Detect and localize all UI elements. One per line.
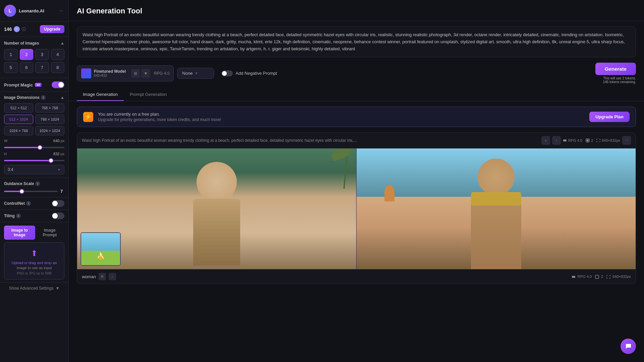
upgrade-button[interactable]: Upgrade <box>40 25 64 33</box>
use-prompt-button[interactable]: ↑ <box>109 273 116 280</box>
model-tag-icon <box>563 138 567 142</box>
model-icon-1[interactable]: ⊞ <box>131 69 140 78</box>
page-title: AI Generation Tool <box>77 7 636 15</box>
negative-prompt-label: Add Negative Prompt <box>235 71 277 76</box>
dim-btn-512x1024[interactable]: 512 × 1024 <box>4 115 33 124</box>
num-btn-1[interactable]: 1 <box>4 49 18 60</box>
tokens-row: 146 ⓘ Upgrade <box>0 22 68 37</box>
tiling-toggle[interactable] <box>52 213 64 219</box>
filter-dropdown[interactable]: None ▼ <box>177 68 214 79</box>
tab-image-to-image[interactable]: Image to Image <box>4 226 35 240</box>
dimensions-grid: 512 × 512 768 × 768 512 × 1024 768 × 102… <box>4 103 64 135</box>
num-btn-2[interactable]: 2 <box>20 49 34 60</box>
generate-remaining-label: 146 tokens remaining. <box>595 80 636 84</box>
tab-image-generation[interactable]: Image Generation <box>77 88 124 101</box>
bottom-count: 2 <box>595 275 603 279</box>
more-options-button[interactable]: ⋯ <box>622 136 631 145</box>
height-unit: px <box>60 152 64 156</box>
width-value: 640 <box>53 139 59 143</box>
number-grid-2: 5 6 7 8 <box>4 62 64 73</box>
height-value: 832 <box>53 152 59 156</box>
dimensions-title: Image Dimensions i <box>4 95 46 100</box>
upload-format: PNG or JPG up to 5MB <box>8 272 60 275</box>
token-info: ⓘ <box>22 26 26 32</box>
prompt-magic-label: Prompt Magic v2 <box>4 82 42 87</box>
token-count: 146 <box>4 26 12 32</box>
upload-generation-button[interactable]: ↑ <box>552 136 561 145</box>
generated-image-2[interactable] <box>356 148 636 269</box>
model-tag: RPG 4.0 <box>563 138 582 142</box>
upload-area[interactable]: ⬆ Upload or drag and drop an image to us… <box>4 242 64 280</box>
height-slider[interactable] <box>4 160 64 161</box>
negative-prompt-switch[interactable] <box>221 70 233 76</box>
upgrade-plan-button[interactable]: Upgrade Plan <box>589 112 630 122</box>
number-of-images-section: Number of Images ▲ 1 2 3 4 5 6 7 8 <box>0 37 68 78</box>
controlnet-row: ControlNet i <box>0 197 68 209</box>
prompt-area[interactable]: Waist high Portrait of an exotic beautif… <box>77 26 636 57</box>
copy-prompt-button[interactable]: ⧉ <box>99 273 106 280</box>
dim-btn-1024x1024[interactable]: 1024 × 1024 <box>35 126 64 135</box>
num-btn-6[interactable]: 6 <box>20 62 34 73</box>
sidebar-header: L Leonardo.AI ← <box>0 0 68 22</box>
main-header: AI Generation Tool <box>69 0 644 21</box>
filter-value: None <box>182 71 193 76</box>
show-advanced-button[interactable]: Show Advanced Settings ▼ <box>0 282 68 294</box>
collapse-icon[interactable]: ▲ <box>60 41 64 46</box>
guidance-value: 7 <box>60 189 64 194</box>
width-label: W <box>4 139 7 143</box>
num-btn-5[interactable]: 5 <box>4 62 18 73</box>
lightning-icon: ⚡ <box>83 112 93 122</box>
dim-btn-512x512[interactable]: 512 × 512 <box>4 103 33 113</box>
generated-image-1[interactable]: 🍌 <box>77 148 356 269</box>
controlnet-toggle[interactable] <box>52 200 64 207</box>
bottom-res-icon <box>606 275 610 279</box>
num-btn-7[interactable]: 7 <box>35 62 49 73</box>
dimensions-collapse-icon[interactable]: ▲ <box>60 95 64 100</box>
bottom-model-tag: RPG 4.0 <box>572 275 592 279</box>
tiling-info-icon[interactable]: i <box>16 214 21 218</box>
guidance-slider[interactable] <box>4 191 58 192</box>
back-icon[interactable]: ← <box>59 8 64 14</box>
username-label: Leonardo.AI <box>19 8 44 13</box>
generate-tokens-label: This will use 2 tokens. <box>595 76 636 80</box>
ratio-value: 3:4 <box>8 167 13 172</box>
num-btn-4[interactable]: 4 <box>51 49 65 60</box>
dimensions-info-icon[interactable]: i <box>41 95 46 100</box>
thumbnail-overlay: 🍌 <box>80 232 121 266</box>
tab-image-prompt[interactable]: Image Prompt <box>35 226 64 240</box>
width-slider[interactable] <box>4 147 64 148</box>
add-generation-button[interactable]: + <box>541 136 550 145</box>
image-count-icon <box>586 138 590 142</box>
content-area: ⚡ You are currently on a free plan. Upgr… <box>69 101 644 362</box>
dim-btn-768x768[interactable]: 768 × 768 <box>35 103 64 113</box>
dim-btn-1024x768[interactable]: 1024 × 768 <box>4 126 33 135</box>
v2-badge: v2 <box>35 83 42 87</box>
free-plan-banner: ⚡ You are currently on a free plan. Upgr… <box>77 107 636 127</box>
model-selector[interactable]: Finetuned Model 640×832 ⊞ ▼ RPG 4.0 <box>77 65 174 81</box>
tiling-row: Tiling i <box>0 209 68 222</box>
upload-icon: ⬆ <box>8 249 60 258</box>
number-of-images-header: Number of Images ▲ <box>4 41 64 46</box>
num-btn-3[interactable]: 3 <box>35 49 49 60</box>
controlnet-info-icon[interactable]: i <box>26 201 31 206</box>
guidance-info-icon[interactable]: i <box>35 181 40 186</box>
height-slider-row: H 832 px <box>4 152 64 162</box>
main-tabs: Image Generation Prompt Generation <box>69 88 644 101</box>
chat-icon <box>625 343 632 350</box>
generation-header: Waist high Portrait of an exotic beautif… <box>77 133 636 148</box>
prompt-magic-toggle[interactable] <box>52 81 64 88</box>
svg-rect-1 <box>563 139 567 141</box>
bottom-prompt-text: woman <box>82 274 96 279</box>
image-dimensions-section: Image Dimensions i ▲ 512 × 512 768 × 768… <box>0 92 68 178</box>
guidance-section: Guidance Scale i 7 <box>0 178 68 197</box>
negative-prompt-toggle[interactable]: Add Negative Prompt <box>217 68 281 79</box>
model-version: RPG 4.0 <box>154 71 169 76</box>
chat-button[interactable] <box>621 339 636 354</box>
num-btn-8[interactable]: 8 <box>51 62 65 73</box>
tab-prompt-generation[interactable]: Prompt Generation <box>124 88 173 101</box>
model-icon-2[interactable]: ▼ <box>141 69 150 78</box>
generate-button[interactable]: Generate <box>595 63 636 75</box>
ratio-selector[interactable]: 3:4 ▼ <box>4 165 64 174</box>
banner-description: Upgrade for priority generations, more t… <box>98 117 221 122</box>
dim-btn-768x1024[interactable]: 768 × 1024 <box>35 115 64 124</box>
